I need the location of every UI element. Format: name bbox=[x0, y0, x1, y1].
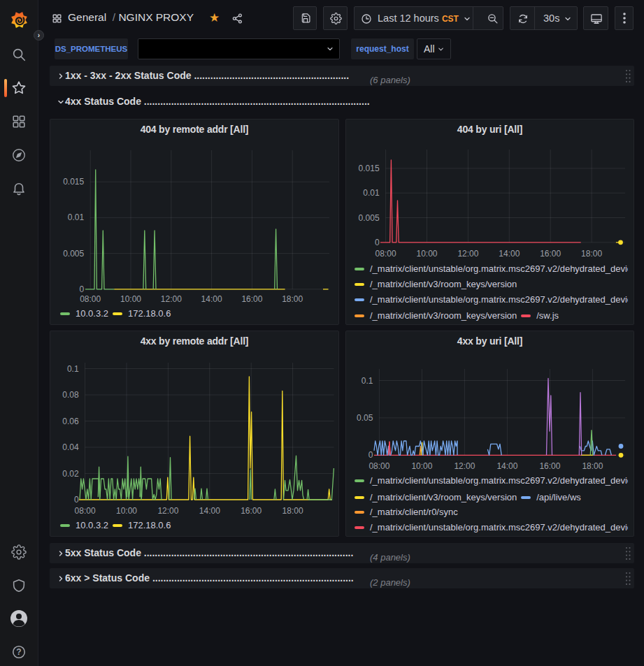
svg-text:18:00: 18:00 bbox=[582, 461, 603, 471]
svg-text:14:00: 14:00 bbox=[201, 294, 222, 304]
svg-text:18:00: 18:00 bbox=[282, 294, 303, 304]
svg-text:0.1: 0.1 bbox=[362, 376, 373, 386]
svg-text:12:00: 12:00 bbox=[454, 461, 475, 471]
svg-text:0.04: 0.04 bbox=[62, 442, 79, 452]
svg-text:10:00: 10:00 bbox=[116, 506, 137, 516]
svg-text:16:00: 16:00 bbox=[539, 461, 560, 471]
svg-text:12:00: 12:00 bbox=[157, 506, 178, 516]
svg-text:12:00: 12:00 bbox=[457, 249, 478, 259]
svg-text:16:00: 16:00 bbox=[540, 249, 561, 259]
svg-text:0.06: 0.06 bbox=[62, 417, 79, 426]
svg-text:14:00: 14:00 bbox=[199, 506, 220, 516]
svg-text:0.08: 0.08 bbox=[62, 390, 79, 400]
svg-text:12:00: 12:00 bbox=[161, 294, 182, 304]
svg-text:0: 0 bbox=[375, 238, 380, 247]
svg-text:0.005: 0.005 bbox=[359, 213, 380, 223]
svg-text:16:00: 16:00 bbox=[241, 506, 262, 516]
svg-text:0.01: 0.01 bbox=[68, 212, 85, 222]
svg-text:18:00: 18:00 bbox=[282, 506, 303, 516]
svg-text:0.1: 0.1 bbox=[67, 364, 79, 374]
svg-text:0.015: 0.015 bbox=[359, 164, 380, 173]
svg-text:16:00: 16:00 bbox=[241, 294, 262, 304]
svg-text:0.05: 0.05 bbox=[357, 413, 373, 423]
svg-text:18:00: 18:00 bbox=[581, 249, 602, 259]
svg-text:10:00: 10:00 bbox=[120, 294, 141, 304]
svg-text:0: 0 bbox=[368, 450, 373, 460]
svg-text:10:00: 10:00 bbox=[411, 461, 432, 471]
svg-text:0.01: 0.01 bbox=[363, 188, 380, 198]
svg-text:14:00: 14:00 bbox=[499, 249, 520, 259]
svg-text:0.015: 0.015 bbox=[63, 177, 84, 187]
svg-text:08:00: 08:00 bbox=[75, 506, 96, 516]
svg-text:10:00: 10:00 bbox=[416, 249, 437, 259]
svg-text:08:00: 08:00 bbox=[368, 461, 389, 471]
svg-text:0.02: 0.02 bbox=[62, 469, 79, 479]
svg-text:08:00: 08:00 bbox=[375, 249, 396, 259]
svg-text:0: 0 bbox=[80, 284, 85, 294]
svg-text:0: 0 bbox=[74, 495, 79, 505]
svg-text:08:00: 08:00 bbox=[80, 294, 101, 304]
svg-text:14:00: 14:00 bbox=[496, 461, 517, 471]
svg-text:0.005: 0.005 bbox=[63, 249, 84, 259]
